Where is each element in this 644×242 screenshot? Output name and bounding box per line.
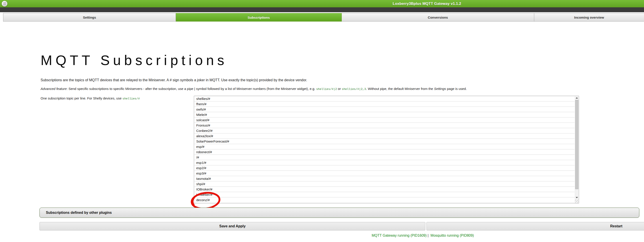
code-sample-2: shellies/#|2,3 [342,88,366,91]
advanced-text-3: . Without pipe, the default Miniserver f… [366,87,434,91]
status-separator: | [428,233,430,237]
restart-button[interactable]: Restart [426,222,644,230]
arrow-down-icon [576,197,578,198]
status-bar: MQTT Gateway running (PID1609) | Mosquit… [40,233,644,237]
settings-page-ref: Settings [434,87,446,91]
subscription-row: alexa2lox/# [194,133,574,139]
subscription-row: fhem/# [194,101,574,107]
subscription-row: esp1/# [194,160,574,165]
subscription-row: esp3/# [194,171,574,176]
subscription-text: Miele/# [196,113,207,117]
subscription-text: alexa2lox/# [196,134,213,138]
other-plugins-label: Subscriptions defined by other plugins [46,211,112,215]
subscription-row: Conbee2/# [194,128,574,133]
hamburger-menu-button[interactable] [2,1,8,7]
subscription-text: owfs/# [196,107,206,111]
scroll-up-button[interactable] [575,96,578,100]
advanced-feature-label: Advanced feature [40,87,67,91]
resize-grip-icon[interactable] [575,200,578,203]
subscription-row: Unwetter/# [194,192,574,197]
header-divider-strip [0,7,644,12]
tab-incoming-overview[interactable]: Incoming overview [534,13,644,22]
subscription-text: fhem/# [196,102,206,106]
mosquitto-status: Mosquitto running (PID809) [430,233,474,237]
subscriptions-textarea[interactable]: shellies/# fhem/# owfs/# Miele/# solcast… [194,96,579,204]
subscription-row: Miele/# [194,112,574,117]
subscription-row: owfs/# [194,107,574,112]
advanced-text-2: or [337,87,342,91]
subscription-row: esp2/# [194,165,574,171]
subscription-row: IOBroker/# [194,187,574,192]
subscription-text: robonect/# [196,150,212,154]
subscription-text: shellies/# [196,97,210,101]
arrow-up-icon [576,97,578,99]
subscription-text: deconz/# [196,198,210,202]
subscription-text: Fronius/# [196,123,210,127]
subscription-text: IOBroker/# [196,187,212,191]
gateway-status: MQTT Gateway running (PID1609) [372,233,427,237]
subscription-text: esp1/# [196,161,206,164]
scroll-down-button[interactable] [575,196,578,199]
scrollbar-thumb[interactable] [575,100,578,189]
subscription-row: tasmota/# [194,176,574,181]
hamburger-menu-icon [3,3,6,3]
other-plugins-section-header[interactable]: Subscriptions defined by other plugins [40,207,639,218]
subscription-row: Fronius/# [194,123,574,128]
subscription-row: deconz/# [194,197,574,203]
subscription-text: tasmota/# [196,177,211,180]
app-title: Loxberry3Bplus MQTT Gateway v1.1.2 [393,2,461,6]
subscription-row: solcast/# [194,117,574,123]
subscription-text: Unwetter/# [196,193,212,196]
subscription-text: SolarPowerForecast/# [196,139,229,143]
tab-conversions[interactable]: Conversions [342,13,534,22]
topic-hint-text: One subscription topic per line. For She… [40,96,122,100]
subscription-text: esp/# [196,145,204,149]
advanced-feature-text: Advanced feature: Send specific subscrip… [40,87,467,91]
subscription-row: SolarPowerForecast/# [194,139,574,144]
subscription-list: shellies/# fhem/# owfs/# Miele/# solcast… [194,96,574,203]
tab-settings[interactable]: Settings [3,13,176,22]
advanced-text-4: page is used. [446,87,466,91]
subscription-text: solcast/# [196,118,209,122]
shellies-code-sample: shellies/# [122,97,140,100]
app-header: Loxberry3Bplus MQTT Gateway v1.1.2 [0,0,644,7]
subscription-row: shpi/# [194,181,574,187]
subscription-text: Conbee2/# [196,129,212,133]
page-title: MQTT Subscriptions [40,52,228,68]
textarea-scrollbar[interactable] [575,96,578,203]
intro-text: Subscriptions are the topics of MQTT dev… [40,78,307,82]
code-sample-1: shellies/#|2 [316,88,337,91]
subscription-text: esp3/# [196,171,206,175]
subscription-text: /# [196,155,199,159]
topic-hint-label: One subscription topic per line. For She… [40,96,140,100]
subscription-row: robonect/# [194,149,574,155]
subscription-row: shellies/# [194,96,574,101]
tab-bar: Settings Subscriptions Conversions Incom… [3,13,644,22]
subscription-text: esp2/# [196,166,206,170]
advanced-text-1: : Send specific subscriptions to specifi… [67,87,316,91]
subscription-row: esp/# [194,144,574,149]
tab-subscriptions[interactable]: Subscriptions [176,13,342,22]
subscription-text: shpi/# [196,182,205,186]
subscription-row: /# [194,155,574,160]
save-and-apply-button[interactable]: Save and Apply [40,222,425,230]
